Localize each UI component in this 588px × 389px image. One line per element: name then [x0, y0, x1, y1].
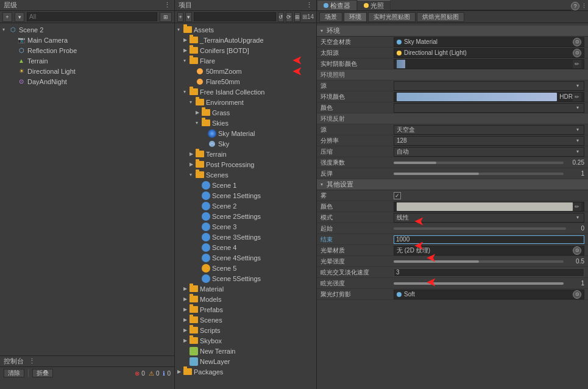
scene4settings-icon — [202, 254, 210, 262]
project-item-sky-material[interactable]: Sky Material — [175, 128, 316, 138]
project-item-new-layer[interactable]: NewLayer — [175, 356, 316, 366]
bounce-slider[interactable] — [394, 173, 564, 175]
post-processing-label: Post Processing — [206, 161, 254, 168]
hierarchy-item-terrain[interactable]: ▲ Terrain — [0, 55, 174, 66]
project-item-models[interactable]: ▶ Models — [175, 294, 316, 304]
project-item-flare[interactable]: ▾ Flare — [175, 55, 316, 66]
project-item-scenes-fi[interactable]: ▾ Scenes — [175, 170, 316, 180]
hierarchy-filter-btn[interactable]: ⊞ — [160, 12, 172, 22]
project-item-skybox[interactable]: ▶ Skybox — [175, 335, 316, 346]
project-item-skies[interactable]: ▾ Skies — [175, 118, 316, 128]
hierarchy-add-btn[interactable]: + — [2, 12, 12, 22]
project-item-post-processing[interactable]: ▶ Post Processing — [175, 159, 316, 170]
project-item-scene5settings[interactable]: Scene 5Settings — [175, 273, 316, 284]
project-menu-icon[interactable]: ⋮ — [306, 1, 313, 9]
project-item-assets[interactable]: ▾ Assets — [175, 24, 316, 35]
project-toggle-btn[interactable]: ▾ — [185, 12, 191, 22]
intensity-slider-fill — [394, 162, 436, 164]
sky-material-select-btn[interactable]: ⊙ — [573, 38, 581, 46]
lighting-more-btn[interactable]: ⋮ — [579, 2, 588, 10]
sky-material-value-field[interactable]: Sky Material ⊙ — [394, 37, 584, 47]
project-item-material[interactable]: ▶ Material — [175, 284, 316, 294]
hierarchy-item-day-and-night[interactable]: ⊙ DayAndNight — [0, 76, 174, 87]
project-item-free-island[interactable]: ▾ Free Island Collection — [175, 87, 316, 97]
project-filter-btn[interactable]: ⊞ — [294, 12, 300, 22]
fog-end-input[interactable] — [394, 235, 584, 244]
spotlight-select-btn[interactable]: ⊙ — [573, 290, 581, 299]
fog-start-slider[interactable] — [394, 227, 566, 230]
shadow-color-edit-btn[interactable]: ✏ — [573, 60, 581, 68]
subtab-baked[interactable]: 烘焙光照贴图 — [417, 12, 464, 22]
fog-color-field[interactable]: ✏ — [394, 202, 584, 212]
project-item-environment[interactable]: ▾ Environment — [175, 97, 316, 107]
lighting-help-btn[interactable]: ? — [571, 2, 579, 10]
project-item-scripts[interactable]: ▶ Scripts — [175, 325, 316, 335]
console-clear-btn[interactable]: 清除 — [4, 369, 24, 377]
project-item-prefabs[interactable]: ▶ Prefabs — [175, 304, 316, 315]
project-item-terrain-upgrade[interactable]: ▶ _TerrainAutoUpgrade — [175, 35, 316, 45]
realtime-shadow-value[interactable]: ✏ — [394, 59, 584, 69]
sun-source-value-field[interactable]: Directional Light (Light) ⊙ — [394, 48, 584, 58]
console-menu-icon[interactable]: ⋮ — [29, 357, 35, 365]
prop-halo-strength: 光晕强度 0.5 — [317, 256, 588, 267]
project-item-flare50mm[interactable]: Flare50mm — [175, 76, 316, 87]
scene1-icon — [202, 181, 210, 190]
project-item-scene1settings[interactable]: Scene 1Settings — [175, 190, 316, 201]
halo-material-select-btn[interactable]: ⊙ — [573, 246, 581, 255]
env-color-field[interactable]: HDR ✏ — [394, 92, 584, 102]
subtab-realtime[interactable]: 实时光照贴图 — [368, 12, 416, 22]
sun-source-select-btn[interactable]: ⊙ — [573, 49, 581, 57]
project-item-terrain-fi[interactable]: ▶ Terrain — [175, 149, 316, 159]
hierarchy-item-main-camera[interactable]: 📷 Main Camera — [0, 35, 174, 45]
fog-checkbox[interactable]: ✓ — [394, 192, 401, 199]
project-item-scene3settings[interactable]: Scene 3Settings — [175, 232, 316, 242]
section-environment[interactable]: ▾ 环境 — [317, 26, 588, 37]
prop-env-color: 环境颜色 HDR ✏ — [317, 91, 588, 102]
section-other[interactable]: ▾ 其他设置 — [317, 179, 588, 190]
project-item-scene3[interactable]: Scene 3 — [175, 221, 316, 232]
console-collapse-btn[interactable]: 折叠 — [32, 369, 53, 377]
project-search[interactable] — [194, 12, 276, 21]
intensity-slider[interactable] — [394, 162, 564, 164]
subtab-scene[interactable]: 场景 — [319, 12, 342, 22]
compression-dropdown[interactable]: 自动 ▾ — [394, 147, 584, 157]
tab-lighting[interactable]: 光照 — [357, 0, 391, 10]
project-item-scenes-top[interactable]: ▶ Scenes — [175, 315, 316, 325]
tab-inspector[interactable]: 检查器 — [317, 0, 357, 10]
project-item-scene4[interactable]: Scene 4 — [175, 242, 316, 252]
hierarchy-item-directional-light[interactable]: ☀ Directional Light — [0, 66, 174, 76]
project-item-packages[interactable]: ▶ Packages — [175, 366, 316, 377]
subtab-environment[interactable]: 环境 — [344, 12, 367, 22]
project-item-scene1[interactable]: Scene 1 — [175, 180, 316, 190]
flare-strength-slider[interactable] — [394, 282, 564, 285]
env-color-edit-btn[interactable]: ✏ — [573, 93, 581, 101]
flare-fade-input[interactable] — [394, 268, 584, 277]
project-item-scene2settings[interactable]: Scene 2Settings — [175, 211, 316, 221]
hierarchy-item-reflection-probe[interactable]: ⬡ Reflection Probe — [0, 45, 174, 55]
project-item-new-terrain[interactable]: New Terrain — [175, 346, 316, 356]
project-add-btn[interactable]: + — [177, 12, 183, 22]
hierarchy-menu-icon[interactable]: ⋮ — [164, 1, 171, 9]
hierarchy-search[interactable] — [27, 12, 157, 21]
resolution-dropdown[interactable]: 128 ▾ — [394, 136, 584, 146]
fog-mode-dropdown[interactable]: 线性 ▾ — [394, 213, 584, 223]
project-item-scene5[interactable]: Scene 5 — [175, 263, 316, 273]
halo-material-value[interactable]: 无 (2D 纹理) ⊙ — [394, 246, 584, 255]
project-item-scene4settings[interactable]: Scene 4Settings — [175, 252, 316, 263]
color-dropdown[interactable]: ▾ — [394, 103, 584, 113]
project-item-scene2-asset[interactable]: Scene 2 — [175, 201, 316, 211]
project-item-conifers[interactable]: ▶ Conifers [BOTD] — [175, 45, 316, 55]
hierarchy-item-scene2[interactable]: ▾ ⬡ Scene 2 — [0, 24, 174, 35]
project-item-50mmzoom[interactable]: 50mmZoom — [175, 66, 316, 76]
halo-strength-slider[interactable] — [394, 260, 564, 263]
spotlight-value-field[interactable]: Soft ⊙ — [394, 290, 584, 299]
project-item-sky[interactable]: Sky — [175, 138, 316, 149]
env-source-dropdown[interactable]: ▾ — [394, 81, 584, 91]
project-item-grass[interactable]: ▶ Grass — [175, 107, 316, 118]
fog-color-edit-btn[interactable]: ✏ — [573, 202, 581, 211]
project-refresh-btn[interactable]: ↺ — [278, 12, 284, 22]
refl-source-dropdown[interactable]: 天空盒 ▾ — [394, 125, 584, 135]
color-dropdown-arrow: ▾ — [574, 104, 581, 112]
project-sync-btn[interactable]: ⟳ — [286, 12, 292, 22]
hierarchy-toggle-btn[interactable]: ▾ — [15, 12, 24, 22]
